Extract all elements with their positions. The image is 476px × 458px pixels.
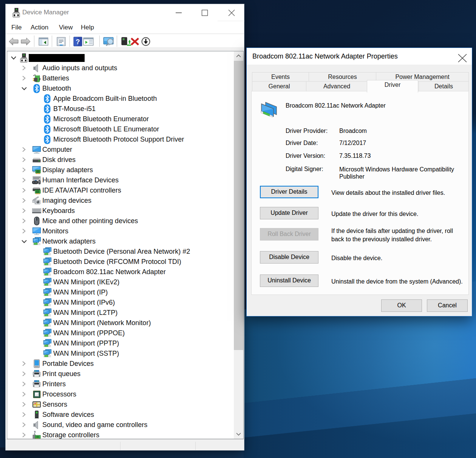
svg-text:?: ?: [76, 38, 80, 46]
